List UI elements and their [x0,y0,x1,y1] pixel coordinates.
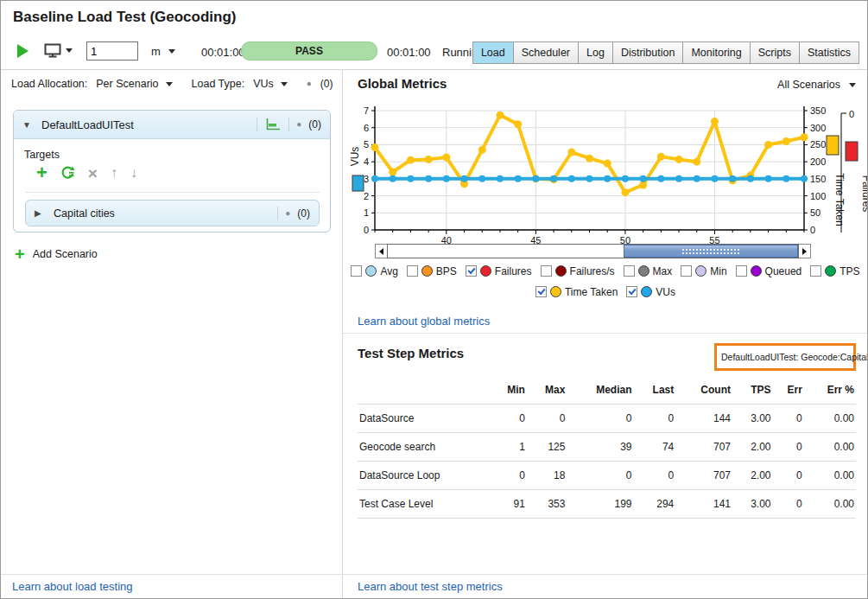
legend-vus[interactable]: VUs [626,286,675,298]
series-color-icon [695,265,706,277]
empty-header-cell [358,379,491,405]
tab-monitoring[interactable]: Monitoring [682,41,750,64]
legend-time-taken[interactable]: Time Taken [535,286,618,298]
legend-failures[interactable]: Failures [466,265,532,277]
legend-label: Avg [380,265,397,277]
metric-value: 144 [675,405,732,433]
scroll-left-button[interactable] [375,244,388,258]
load-settings-row: Load Allocation: Per Scenario Load Type:… [11,78,333,90]
time-elapsed-label: 00:01:00 [387,46,431,59]
tab-statistics[interactable]: Statistics [799,41,859,64]
tab-log[interactable]: Log [578,41,613,64]
legend-min[interactable]: Min [681,265,726,277]
svg-text:1: 1 [364,207,369,218]
limit-value-input[interactable] [86,41,138,61]
metric-value: 0.00 [804,433,856,462]
metric-value: 1 [491,433,527,462]
column-header-max: Max [527,379,567,405]
target-failure-count: (0) [297,207,310,220]
load-type-select[interactable]: VUs [253,78,288,90]
expand-icon[interactable]: ▶ [35,208,54,218]
metric-value: 91 [491,490,527,519]
tab-distribution[interactable]: Distribution [612,41,684,64]
legend-label: TPS [839,265,859,277]
legend-label: BPS [436,265,457,277]
chart-legend-row-1: AvgBPSFailuresFailures/sMaxMinQueuedTPS [346,263,865,278]
limit-unit-select[interactable]: m [151,45,175,58]
table-row: Geocode search112539747072.0000.00 [358,433,856,462]
metric-value: 707 [675,433,732,462]
tab-scripts[interactable]: Scripts [750,41,800,64]
scenario-scope-select[interactable]: All Scenarios [777,79,856,91]
legend-failures-s[interactable]: Failures/s [541,265,615,277]
svg-text:0: 0 [849,109,854,119]
legend-max[interactable]: Max [624,265,673,277]
chart-icon[interactable] [264,118,282,131]
checkbox-unchecked[interactable] [810,265,821,277]
row-label: Test Case Level [358,490,491,519]
learn-load-testing-link[interactable]: Learn about load testing [12,580,133,593]
svg-text:7: 7 [364,105,369,116]
load-allocation-select[interactable]: Per Scenario [96,78,172,90]
metric-value: 199 [567,490,633,519]
series-color-icon [550,286,561,297]
scrollbar-track[interactable] [387,244,799,258]
scenario-header[interactable]: ▼ DefaultLoadUITest ● (0) [14,111,330,139]
legend-label: Failures/s [570,265,615,277]
metric-value: 0 [567,462,633,490]
legend-bps[interactable]: BPS [407,265,457,277]
target-item[interactable]: ▶ Capital cities ● (0) [25,200,320,226]
tab-load[interactable]: Load [472,41,514,64]
svg-text:6: 6 [364,123,369,133]
column-header-err: Err [773,379,804,405]
metric-value: 39 [567,433,633,462]
limit-unit-value: m [151,45,161,58]
status-dot-icon: ● [307,80,312,88]
test-step-metrics-title: Test Step Metrics [358,346,464,360]
checkbox-checked[interactable] [535,286,547,297]
chart-scrollbar[interactable] [375,244,811,258]
checkbox-unchecked[interactable] [624,265,635,277]
checkbox-unchecked[interactable] [681,265,692,277]
legend-tps[interactable]: TPS [810,265,859,277]
run-button[interactable] [17,44,29,58]
scroll-right-button[interactable] [798,244,811,258]
metric-value: 0 [773,405,804,433]
checkbox-unchecked[interactable] [351,265,362,277]
row-label: DataSource [358,405,491,433]
target-name: Capital cities [54,207,115,220]
checkbox-unchecked[interactable] [407,265,418,277]
table-row: DataSource00001443.0000.00 [358,405,856,433]
add-target-icon[interactable]: + [36,163,48,182]
checkbox-checked[interactable] [466,265,477,277]
series-color-icon [480,265,491,277]
legend-label: Failures [495,265,532,277]
add-scenario-button[interactable]: + Add Scenario [15,246,98,262]
load-allocation-value: Per Scenario [96,78,158,90]
move-down-icon[interactable]: ↓ [130,165,137,181]
legend-avg[interactable]: Avg [351,265,397,277]
delete-target-icon[interactable]: × [88,165,98,182]
scenario-card: ▼ DefaultLoadUITest ● (0) Targets + [13,110,331,233]
tab-scheduler[interactable]: Scheduler [513,41,579,64]
global-metrics-title: Global Metrics [358,76,447,91]
checkbox-checked[interactable] [626,286,637,297]
collapse-icon[interactable]: ▼ [22,120,41,130]
learn-test-step-metrics-link[interactable]: Learn about test step metrics [358,580,503,593]
agent-selector[interactable] [44,43,73,58]
learn-global-metrics-link[interactable]: Learn about global metrics [358,315,490,328]
right-arrow-icon [802,248,807,255]
page-title: Baseline Load Test (Geocoding) [13,9,237,26]
svg-text:4: 4 [364,156,369,167]
series-color-icon [751,265,762,277]
test-step-selector[interactable]: DefaultLoadUITest: Geocode:Capital citie… [714,343,856,371]
move-up-icon[interactable]: ↑ [111,165,117,181]
clone-target-icon[interactable] [60,166,75,181]
status-dot-icon: ● [296,120,301,129]
series-color-icon [825,265,836,277]
series-color-icon [641,286,652,297]
legend-queued[interactable]: Queued [736,265,802,277]
scrollbar-thumb[interactable] [624,245,798,258]
checkbox-unchecked[interactable] [736,265,747,277]
checkbox-unchecked[interactable] [541,265,552,277]
